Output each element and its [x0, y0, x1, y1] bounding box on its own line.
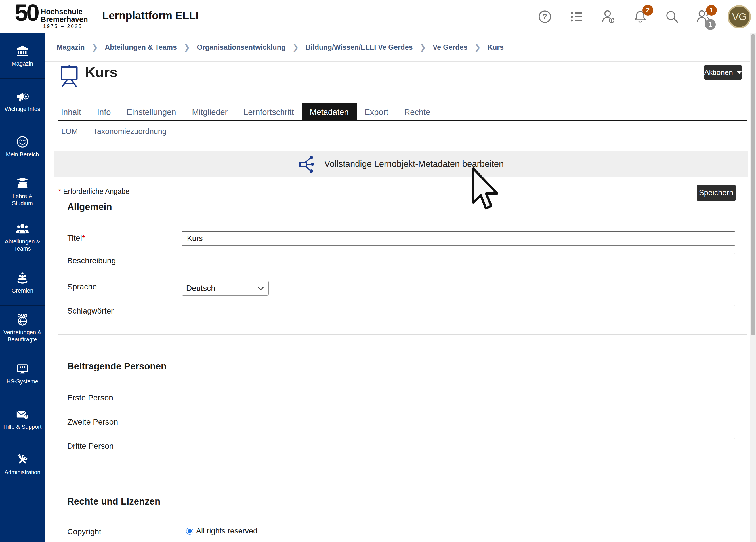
- metadata-hub-icon: [298, 155, 317, 173]
- beschreibung-label: Beschreibung: [67, 256, 116, 265]
- copyright-radio[interactable]: [186, 528, 193, 535]
- sidebar-item-lehre-studium[interactable]: Lehre & Studium: [0, 169, 45, 215]
- sidebar-item-administration[interactable]: Administration: [0, 442, 45, 487]
- erste-person-input[interactable]: [182, 390, 735, 407]
- logo-years: 1975 – 2025: [43, 24, 88, 29]
- contacts-badge-new: 1: [706, 5, 717, 16]
- sidebar-item-label: Magazin: [12, 60, 33, 67]
- bank-icon: [16, 45, 29, 58]
- tab-info[interactable]: Info: [89, 103, 119, 121]
- people-group-icon: [16, 222, 29, 236]
- sidebar-item-hilfe-support[interactable]: ? Hilfe & Support: [0, 396, 45, 442]
- section-title-beitragende: Beitragende Personen: [67, 361, 167, 372]
- sidebar-item-label: HS-Systeme: [7, 378, 38, 385]
- copyright-radio-row: All rights reserved: [186, 527, 257, 535]
- avatar[interactable]: VG: [728, 5, 751, 28]
- breadcrumb-item-magazin[interactable]: Magazin: [57, 43, 85, 51]
- mail-help-icon: ?: [16, 408, 29, 421]
- tools-icon: [16, 453, 29, 466]
- breadcrumb-item-bildung-wissen[interactable]: Bildung/Wissen/ELLI Ve Gerdes: [306, 43, 413, 51]
- chevron-right-icon: ❯: [92, 43, 98, 52]
- committee-hand-icon: [16, 272, 29, 285]
- sidebar-item-abteilungen-teams[interactable]: Abteilungen & Teams: [0, 215, 45, 260]
- sidebar-item-label: Abteilungen & Teams: [1, 238, 43, 252]
- user-clock-icon[interactable]: [600, 9, 616, 25]
- subtab-lom[interactable]: LOM: [61, 127, 78, 136]
- help-icon[interactable]: ?: [537, 9, 553, 25]
- beschreibung-textarea[interactable]: [182, 253, 735, 280]
- sprache-select[interactable]: Deutsch: [182, 281, 269, 296]
- tab-metadaten[interactable]: Metadaten: [302, 103, 356, 121]
- university-logo: 50 Hochschule Bremerhaven 1975 – 2025: [15, 3, 88, 29]
- contacts-users-icon[interactable]: 1 1: [696, 9, 712, 25]
- sidebar-item-magazin[interactable]: Magazin: [0, 33, 45, 79]
- tab-inhalt[interactable]: Inhalt: [53, 103, 89, 121]
- header-icon-bar: ? 2 1 1 VG: [537, 0, 751, 33]
- todo-list-icon[interactable]: [569, 9, 585, 25]
- sprache-select-value: Deutsch: [186, 284, 215, 293]
- subtab-taxonomiezuordnung[interactable]: Taxonomiezuordnung: [93, 127, 167, 136]
- dritte-person-input[interactable]: [182, 438, 735, 455]
- breadcrumb-item-abteilungen[interactable]: Abteilungen & Teams: [105, 43, 177, 51]
- sidebar-item-gremien[interactable]: Gremien: [0, 260, 45, 306]
- sidebar-item-mein-bereich[interactable]: Mein Bereich: [0, 124, 45, 169]
- titel-label-text: Titel: [67, 234, 82, 242]
- monitor-password-icon: ***: [16, 362, 29, 375]
- subtab-bar: LOM Taxonomiezuordnung: [61, 127, 167, 136]
- sidebar-item-label: Hilfe & Support: [3, 423, 42, 430]
- breadcrumb-item-organisationsentwicklung[interactable]: Organisationsentwicklung: [197, 43, 286, 51]
- breadcrumb-item-kurs[interactable]: Kurs: [488, 43, 504, 51]
- chevron-down-icon: [258, 284, 264, 291]
- save-button[interactable]: Speichern: [697, 185, 736, 201]
- smiley-icon: [16, 135, 29, 148]
- section-title-allgemein: Allgemein: [67, 201, 112, 212]
- zweite-person-input[interactable]: [182, 414, 735, 431]
- sidebar-item-label: Lehre & Studium: [1, 193, 43, 207]
- vertical-scrollbar: [750, 33, 756, 542]
- tab-bar: Inhalt Info Einstellungen Mitglieder Ler…: [53, 103, 438, 121]
- sidebar-item-wichtige-infos[interactable]: Wichtige Infos: [0, 79, 45, 124]
- sidebar-item-label: Administration: [5, 469, 41, 476]
- schlagwoerter-label: Schlagwörter: [67, 306, 114, 316]
- dritte-person-label: Dritte Person: [67, 442, 114, 451]
- course-easel-icon: [58, 64, 80, 87]
- logo-name-line1: Hochschule: [41, 8, 88, 16]
- tab-lernfortschritt[interactable]: Lernfortschritt: [236, 103, 302, 121]
- edit-full-metadata-banner[interactable]: Vollständige Lernobjekt-Metadaten bearbe…: [54, 151, 748, 177]
- titel-label: Titel*: [67, 234, 85, 243]
- sprache-label: Sprache: [67, 282, 97, 291]
- breadcrumb-item-ve-gerdes[interactable]: Ve Gerdes: [433, 43, 467, 51]
- globe-people-icon: [16, 313, 29, 326]
- sidebar-item-hs-systeme[interactable]: *** HS-Systeme: [0, 351, 45, 396]
- titel-input[interactable]: [182, 231, 735, 246]
- schlagwoerter-input[interactable]: [182, 305, 735, 324]
- tab-export[interactable]: Export: [357, 103, 396, 121]
- chevron-right-icon: ❯: [474, 43, 481, 52]
- tab-einstellungen[interactable]: Einstellungen: [119, 103, 184, 121]
- sidebar-item-label: Vertretungen & Beauftragte: [1, 329, 43, 343]
- copyright-label: Copyright: [67, 527, 101, 536]
- logo-50: 50: [15, 3, 38, 22]
- section-divider: [58, 334, 747, 335]
- caret-down-icon: [737, 71, 742, 74]
- sidebar-item-label: Gremien: [12, 287, 33, 294]
- notifications-bell-icon[interactable]: 2: [632, 9, 648, 25]
- actions-button[interactable]: Aktionen: [704, 65, 742, 80]
- search-icon[interactable]: [664, 9, 680, 25]
- megaphone-icon: [16, 90, 29, 103]
- copyright-option-label: All rights reserved: [196, 527, 257, 535]
- svg-text:***: ***: [19, 365, 26, 371]
- page-title: Kurs: [85, 64, 117, 81]
- chevron-right-icon: ❯: [184, 43, 190, 52]
- section-title-rechte: Rechte und Lizenzen: [67, 496, 160, 507]
- tab-rechte[interactable]: Rechte: [396, 103, 438, 121]
- sidebar-item-label: Wichtige Infos: [5, 106, 40, 113]
- section-divider: [58, 470, 747, 470]
- zweite-person-label: Zweite Person: [67, 417, 118, 427]
- scrollbar-thumb[interactable]: [751, 34, 755, 335]
- required-asterisk: *: [58, 187, 63, 195]
- sidebar-item-vertretungen[interactable]: Vertretungen & Beauftragte: [0, 306, 45, 351]
- edit-full-metadata-label: Vollständige Lernobjekt-Metadaten bearbe…: [324, 159, 504, 169]
- tab-mitglieder[interactable]: Mitglieder: [184, 103, 236, 121]
- required-asterisk: *: [82, 234, 85, 242]
